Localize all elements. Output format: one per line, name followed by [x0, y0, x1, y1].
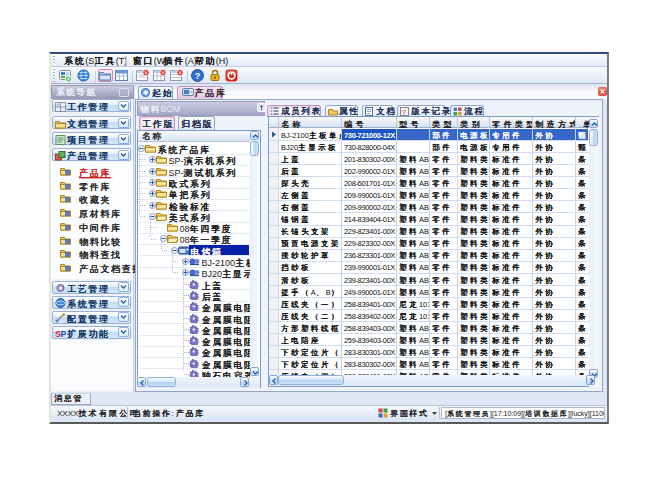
svg-text:?: ?: [402, 108, 407, 117]
svg-text:?: ?: [195, 71, 201, 81]
svg-text:P: P: [61, 329, 67, 339]
